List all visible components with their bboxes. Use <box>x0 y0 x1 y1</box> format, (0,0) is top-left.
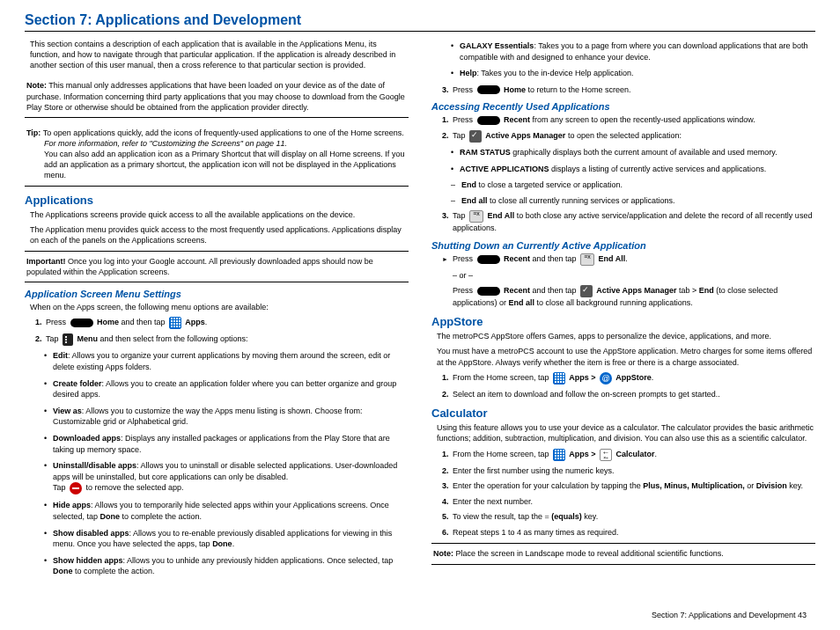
t: Edit <box>53 351 68 360</box>
recent-icon <box>477 255 500 264</box>
t: to open the selected application: <box>565 131 682 140</box>
c-step-5: 5.To view the result, tap the = (equals)… <box>442 511 815 523</box>
t: or <box>745 481 756 490</box>
ram-status: RAM STATUS graphically displays both the… <box>451 147 815 158</box>
active-bullets: RAM STATUS graphically displays both the… <box>431 147 815 174</box>
t: Division <box>756 481 787 490</box>
calc-steps: 1.From the Home screen, tap Apps > +−×÷ … <box>431 449 815 538</box>
home-icon <box>70 319 93 327</box>
t: AppStore <box>614 373 652 382</box>
tip-box: Tip: To open applications quickly, add t… <box>25 123 409 187</box>
t: and then tap <box>530 286 578 295</box>
appstore-p2: You must have a metroPCS account to use … <box>431 346 815 367</box>
important-label: Important! <box>26 257 66 266</box>
t: to close a targeted service or applicati… <box>476 180 623 189</box>
recent-heading: Accessing Recently Used Applications <box>431 101 815 112</box>
t: to remove the selected app. <box>84 484 184 493</box>
t: to close all background running applicat… <box>534 298 693 307</box>
t: Tap <box>46 335 61 344</box>
active-apps: ACTIVE APPLICATIONS displays a listing o… <box>451 164 815 175</box>
page-footer: Section 7: Applications and Development … <box>652 611 807 619</box>
t: Apps <box>183 319 205 327</box>
t: Apps > <box>567 373 598 382</box>
t: Press <box>453 286 475 295</box>
tip-line1: To open applications quickly, add the ic… <box>41 128 403 137</box>
step-1: 1.Press Home and then tap Apps. <box>35 317 409 329</box>
as-step-1: 1.From the Home screen, tap Apps > @ App… <box>442 372 815 385</box>
calc-intro: Using this feature allows you to use you… <box>431 422 815 443</box>
t: (equals) <box>551 512 582 521</box>
as-step-2: 2.Select an item to download and follow … <box>442 389 815 400</box>
section-title: Section 7: Applications and Development <box>25 12 815 32</box>
intro-paragraph: This section contains a description of e… <box>25 39 409 70</box>
t: to close all currently running services … <box>488 196 675 205</box>
important-box: Important! Once you log into your Google… <box>25 251 409 282</box>
apps-p2: The Application menu provides quick acce… <box>25 224 409 245</box>
t: tab > <box>676 286 698 295</box>
opt-galaxy: GALAXY Essentials: Takes you to a page f… <box>451 40 815 62</box>
t: RAM STATUS <box>460 148 511 157</box>
t: Recent <box>502 286 531 295</box>
opt-show-disabled: Show disabled apps: Allows you to re-ena… <box>44 528 409 550</box>
t: Press <box>453 254 475 263</box>
opt-edit: Edit: Allows you to organize your curren… <box>44 350 409 372</box>
opt-hide: Hide apps: Allows you to temporarily hid… <box>44 500 409 522</box>
endall-icon: ≡x <box>469 210 483 223</box>
t: Enter the next number. <box>453 497 533 506</box>
t: Done <box>53 567 73 575</box>
r-step-1: 1.Press Recent from any screen to open t… <box>442 114 815 126</box>
opt-create-folder: Create folder: Allows you to create an a… <box>44 378 409 400</box>
menu-options-cont: GALAXY Essentials: Takes you to a page f… <box>431 40 815 79</box>
apps-icon <box>169 317 181 329</box>
t: End <box>699 286 714 295</box>
r-step-3: 3.Tap ≡x End All to both close any activ… <box>442 210 815 234</box>
t: and then tap <box>530 254 578 263</box>
note-box: Note: This manual only addresses applica… <box>25 76 409 117</box>
t: Plus, Minus, Multiplication, <box>643 481 745 490</box>
r-step-3-list: 3.Tap ≡x End All to both close any activ… <box>431 210 815 234</box>
opt-show-hidden: Show hidden apps: Allows you to unhide a… <box>44 555 409 577</box>
t: Home <box>502 85 527 94</box>
t: : Takes you to the in-device Help applic… <box>477 69 634 77</box>
end-all: End all to close all currently running s… <box>451 195 815 207</box>
opt-help: Help: Takes you to the in-device Help ap… <box>451 68 815 79</box>
t: End all <box>461 196 488 205</box>
menu-settings-heading: Application Screen Menu Settings <box>25 289 409 299</box>
shutdown-step1: Press Recent and then tap ≡x End All. <box>442 253 815 266</box>
applications-heading: Applications <box>25 194 409 207</box>
home-icon <box>477 85 500 94</box>
recent-icon <box>477 116 500 125</box>
t: Show hidden apps <box>53 556 123 565</box>
appstore-p1: The metroPCS AppStore offers Games, apps… <box>431 331 815 341</box>
task-icon <box>469 130 482 143</box>
t: Select an item to download and follow th… <box>453 390 720 399</box>
step-2: 2.Tap Menu and then select from the foll… <box>35 333 409 346</box>
t: Press <box>453 115 475 124</box>
tip-line2: For more information, refer to "Customiz… <box>44 139 287 148</box>
t: Press <box>453 85 475 94</box>
t: End All <box>596 254 625 263</box>
opt-view-as: View as: Allows you to customize the way… <box>44 406 409 428</box>
t: Repeat steps 1 to 4 as many times as req… <box>453 528 619 537</box>
t: Menu <box>75 335 98 344</box>
note-text: This manual only addresses applications … <box>26 81 405 111</box>
endall-icon: ≡x <box>580 253 594 266</box>
t: From the Home screen, tap <box>453 450 551 458</box>
tip-label: Tip: <box>26 128 41 137</box>
t: Done <box>212 539 232 548</box>
c-step-4: 4.Enter the next number. <box>442 496 815 508</box>
t: Hide apps <box>53 501 91 509</box>
t: from any screen to open the recently-use… <box>530 115 755 124</box>
shutdown-step2: Press Recent and then tap Active Apps Ma… <box>431 285 815 308</box>
apps-p1: The Applications screens provide quick a… <box>25 209 409 220</box>
calc-note: Place the screen in Landscape mode to re… <box>453 549 724 558</box>
t: Tap <box>453 131 468 140</box>
t: Press <box>46 319 69 327</box>
shutdown-heading: Shutting Down an Currently Active Applic… <box>431 240 815 251</box>
c-step-2: 2.Enter the first number using the numer… <box>442 465 815 477</box>
task-icon <box>580 285 593 297</box>
calc-heading: Calculator <box>431 407 815 420</box>
t: : Allows you to organize your current ap… <box>53 351 390 371</box>
menu-options: Edit: Allows you to organize your curren… <box>25 350 409 577</box>
t: View as <box>53 407 82 415</box>
